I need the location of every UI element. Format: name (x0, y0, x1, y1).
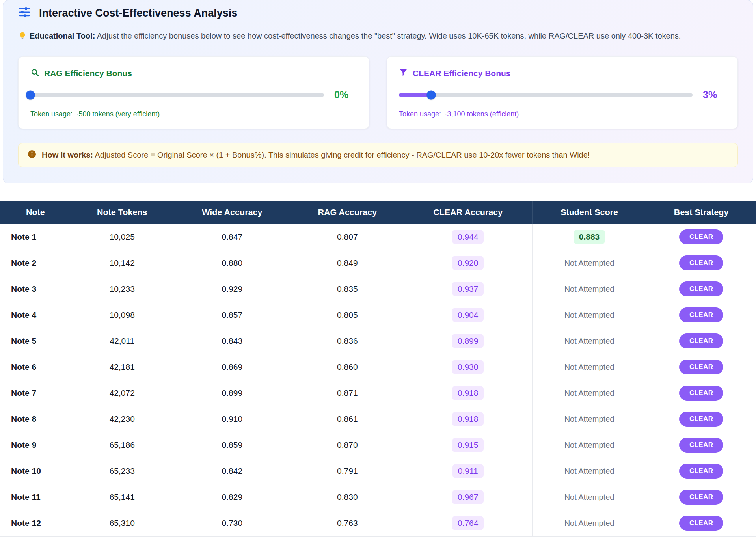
table-row: Note 10 65,233 0.842 0.791 0.911 Not Att… (0, 458, 756, 484)
note-label: Note 12 (0, 510, 71, 536)
note-tokens-value: 10,098 (71, 302, 173, 328)
sliders-icon (18, 6, 31, 20)
clear-accuracy-badge: 0.899 (452, 334, 484, 348)
table-row: Note 2 10,142 0.880 0.849 0.920 Not Atte… (0, 250, 756, 276)
rag-accuracy-value: 0.871 (291, 380, 404, 406)
info-icon (27, 149, 37, 161)
student-score-value: Not Attempted (564, 337, 614, 345)
rag-efficiency-slider[interactable] (30, 90, 324, 99)
clear-bonus-value: 3% (703, 89, 726, 101)
note-label: Note 2 (0, 250, 71, 276)
slider-track[interactable] (30, 93, 324, 97)
best-strategy-badge: CLEAR (679, 229, 724, 244)
wide-accuracy-value: 0.857 (173, 302, 291, 328)
clear-accuracy-badge: 0.918 (452, 386, 484, 400)
col-note-tokens: Note Tokens (71, 201, 173, 224)
rag-slider-row: 0% (30, 89, 357, 101)
table-body: Note 1 10,025 0.847 0.807 0.944 0.883 CL… (0, 224, 756, 536)
table-row: Note 6 42,181 0.869 0.860 0.930 Not Atte… (0, 354, 756, 380)
how-it-works-banner: How it works: Adjusted Score = Original … (18, 143, 738, 167)
wide-accuracy-value: 0.869 (173, 354, 291, 380)
table-row: Note 4 10,098 0.857 0.805 0.904 Not Atte… (0, 302, 756, 328)
col-best-strategy: Best Strategy (646, 201, 756, 224)
note-label: Note 4 (0, 302, 71, 328)
table-header: Note Note Tokens Wide Accuracy RAG Accur… (0, 201, 756, 224)
clear-efficiency-slider[interactable] (399, 90, 693, 99)
wide-accuracy-value: 0.829 (173, 484, 291, 510)
rag-card-header: RAG Efficiency Bonus (30, 68, 357, 79)
note-label: Note 11 (0, 484, 71, 510)
clear-accuracy-badge: 0.944 (452, 230, 484, 244)
clear-accuracy-badge: 0.937 (452, 282, 484, 296)
rag-slider-title: RAG Efficiency Bonus (44, 69, 132, 78)
rag-accuracy-value: 0.805 (291, 302, 404, 328)
best-strategy-badge: CLEAR (679, 333, 724, 348)
clear-slider-title: CLEAR Efficiency Bonus (413, 69, 511, 78)
note-label: Note 3 (0, 276, 71, 302)
student-score-value: Not Attempted (564, 311, 614, 319)
educational-tool-text: Educational Tool: Adjust the efficiency … (18, 30, 738, 44)
note-tokens-value: 10,025 (71, 224, 173, 250)
note-tokens-value: 42,072 (71, 380, 173, 406)
col-rag-accuracy: RAG Accuracy (291, 201, 404, 224)
note-label: Note 6 (0, 354, 71, 380)
wide-accuracy-value: 0.730 (173, 510, 291, 536)
student-score-value: Not Attempted (564, 389, 614, 397)
best-strategy-badge: CLEAR (679, 281, 724, 296)
note-tokens-value: 10,233 (71, 276, 173, 302)
note-label: Note 10 (0, 458, 71, 484)
slider-track[interactable] (399, 93, 693, 97)
rag-accuracy-value: 0.791 (291, 458, 404, 484)
clear-token-note: Token usage: ~3,100 tokens (efficient) (399, 110, 726, 118)
table-row: Note 12 65,310 0.730 0.763 0.764 Not Att… (0, 510, 756, 536)
best-strategy-badge: CLEAR (679, 516, 724, 531)
clear-accuracy-badge: 0.911 (452, 464, 484, 478)
table-row: Note 7 42,072 0.899 0.871 0.918 Not Atte… (0, 380, 756, 406)
table-row: Note 3 10,233 0.929 0.835 0.937 Not Atte… (0, 276, 756, 302)
note-label: Note 5 (0, 328, 71, 354)
wide-accuracy-value: 0.859 (173, 432, 291, 458)
wide-accuracy-value: 0.842 (173, 458, 291, 484)
best-strategy-badge: CLEAR (679, 464, 724, 479)
note-label: Note 9 (0, 432, 71, 458)
wide-accuracy-value: 0.843 (173, 328, 291, 354)
student-score-value: Not Attempted (564, 493, 614, 501)
best-strategy-badge: CLEAR (679, 307, 724, 322)
educational-tool-body: Adjust the efficiency bonuses below to s… (97, 32, 681, 40)
magnifier-icon (30, 68, 39, 79)
wide-accuracy-value: 0.847 (173, 224, 291, 250)
table-row: Note 5 42,011 0.843 0.836 0.899 Not Atte… (0, 328, 756, 354)
best-strategy-badge: CLEAR (679, 412, 724, 427)
clear-accuracy-badge: 0.904 (452, 308, 484, 322)
student-score-value: 0.883 (574, 230, 605, 244)
lightbulb-icon (18, 31, 27, 44)
clear-card-header: CLEAR Efficiency Bonus (399, 68, 726, 79)
clear-accuracy-badge: 0.918 (452, 412, 484, 426)
how-it-works-label: How it works: (42, 151, 93, 159)
note-tokens-value: 42,230 (71, 406, 173, 432)
clear-accuracy-badge: 0.930 (452, 360, 484, 374)
table-row: Note 9 65,186 0.859 0.870 0.915 Not Atte… (0, 432, 756, 458)
best-strategy-badge: CLEAR (679, 386, 724, 401)
col-wide-accuracy: Wide Accuracy (173, 201, 291, 224)
table-row: Note 8 42,230 0.910 0.861 0.918 Not Atte… (0, 406, 756, 432)
slider-thumb[interactable] (26, 90, 35, 99)
table-row: Note 1 10,025 0.847 0.807 0.944 0.883 CL… (0, 224, 756, 250)
student-score-value: Not Attempted (564, 259, 614, 267)
student-score-value: Not Attempted (564, 285, 614, 293)
rag-accuracy-value: 0.836 (291, 328, 404, 354)
slider-thumb[interactable] (426, 90, 436, 99)
clear-accuracy-badge: 0.764 (452, 516, 484, 530)
best-strategy-badge: CLEAR (679, 255, 724, 270)
note-tokens-value: 65,310 (71, 510, 173, 536)
rag-accuracy-value: 0.849 (291, 250, 404, 276)
wide-accuracy-value: 0.899 (173, 380, 291, 406)
student-score-value: Not Attempted (564, 441, 614, 449)
student-score-value: Not Attempted (564, 467, 614, 475)
how-it-works-body: Adjusted Score = Original Score × (1 + B… (95, 151, 590, 159)
cost-effectiveness-panel: Interactive Cost-Effectiveness Analysis … (3, 0, 753, 183)
page-title: Interactive Cost-Effectiveness Analysis (39, 7, 237, 19)
clear-efficiency-card: CLEAR Efficiency Bonus 3% Token usage: ~… (387, 56, 738, 129)
table-row: Note 11 65,141 0.829 0.830 0.967 Not Att… (0, 484, 756, 510)
wide-accuracy-value: 0.929 (173, 276, 291, 302)
